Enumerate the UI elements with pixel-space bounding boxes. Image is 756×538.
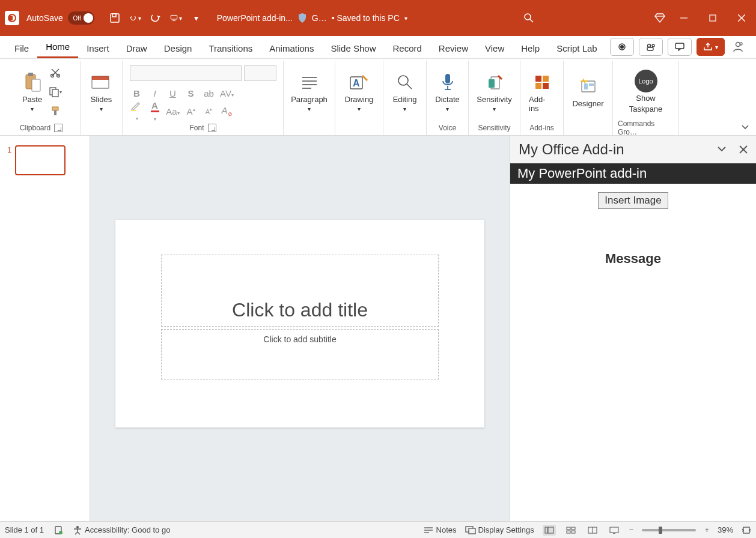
account-icon[interactable] <box>730 38 746 55</box>
slide-thumbnail[interactable] <box>15 145 66 175</box>
svg-rect-52 <box>543 83 549 89</box>
drawing-button[interactable]: A Drawing▾ <box>341 70 377 113</box>
thumbnail-panel: 1 <box>0 136 90 521</box>
tab-slide-show[interactable]: Slide Show <box>322 38 384 58</box>
slides-button[interactable]: Slides ▾ <box>87 70 115 113</box>
svg-rect-74 <box>610 527 618 533</box>
tab-design[interactable]: Design <box>156 38 201 58</box>
ribbon-collapse-icon[interactable] <box>740 122 750 131</box>
insert-image-button[interactable]: Insert Image <box>598 192 668 209</box>
font-color-button[interactable]: A▾ <box>148 100 162 122</box>
title-placeholder[interactable]: Click to add title <box>161 255 439 327</box>
clear-formatting-button[interactable]: A⊘ <box>220 105 234 117</box>
minimize-button[interactable] <box>669 0 698 36</box>
accessibility-status-icon[interactable] <box>53 525 63 535</box>
slide[interactable]: Click to add title Click to add subtitle <box>115 220 484 428</box>
addins-group-label: Add-ins <box>529 124 554 132</box>
redo-icon[interactable] <box>150 12 162 24</box>
tab-review[interactable]: Review <box>430 38 477 58</box>
slide-count[interactable]: Slide 1 of 1 <box>5 525 44 534</box>
diamond-icon[interactable] <box>654 12 666 24</box>
svg-point-16 <box>648 44 651 47</box>
commands-group-label: Commands Gro… <box>618 119 674 136</box>
paragraph-button[interactable]: Paragraph▾ <box>287 70 331 113</box>
zoom-out-icon[interactable]: − <box>629 525 634 534</box>
dictate-button[interactable]: Dictate▾ <box>431 70 463 113</box>
present-icon[interactable]: ▾ <box>170 12 182 24</box>
cut-icon[interactable] <box>47 65 64 80</box>
slideshow-view-icon[interactable] <box>608 525 621 536</box>
tab-view[interactable]: View <box>477 38 513 58</box>
font-launcher-icon[interactable] <box>208 124 216 132</box>
save-state-dropdown-icon[interactable]: ▾ <box>404 15 407 22</box>
paste-button[interactable]: Paste ▾ <box>19 70 46 113</box>
tab-animations[interactable]: Animations <box>261 38 322 58</box>
tab-insert[interactable]: Insert <box>78 38 118 58</box>
comments-button[interactable] <box>668 38 692 56</box>
title-bar: AutoSave Off ▾ ▾ ▾ PowerPoint add-in... … <box>0 0 756 36</box>
sorter-view-icon[interactable] <box>564 525 578 536</box>
search-icon[interactable] <box>523 12 535 24</box>
undo-icon[interactable]: ▾ <box>129 12 141 24</box>
teams-button[interactable] <box>639 38 663 56</box>
svg-point-7 <box>525 14 531 20</box>
character-spacing-button[interactable]: AV▾ <box>220 88 234 98</box>
highlight-button[interactable]: ▾ <box>130 101 144 122</box>
svg-line-43 <box>407 84 412 89</box>
svg-rect-51 <box>535 83 541 89</box>
clipboard-launcher-icon[interactable] <box>54 124 62 132</box>
tab-transitions[interactable]: Transitions <box>200 38 261 58</box>
tab-home[interactable]: Home <box>37 37 78 58</box>
decrease-font-button[interactable]: A▾ <box>202 107 216 115</box>
addins-button[interactable]: Add-ins <box>525 70 558 114</box>
svg-text:A: A <box>353 78 360 88</box>
taskpane-chevron-icon[interactable] <box>716 145 727 154</box>
accessibility-button[interactable]: Accessibility: Good to go <box>73 525 170 535</box>
sensitivity-button[interactable]: Sensitivity▾ <box>473 70 516 113</box>
zoom-slider[interactable] <box>642 529 696 531</box>
tab-record[interactable]: Record <box>384 38 430 58</box>
display-settings-button[interactable]: Display Settings <box>465 525 534 534</box>
tab-file[interactable]: File <box>6 38 37 58</box>
tab-draw[interactable]: Draw <box>118 38 156 58</box>
bold-button[interactable]: B <box>130 88 144 98</box>
font-name-select[interactable] <box>130 65 242 81</box>
zoom-in-icon[interactable]: + <box>704 525 709 534</box>
camera-button[interactable] <box>610 38 634 56</box>
autosave-toggle[interactable]: AutoSave Off <box>26 11 94 25</box>
underline-button[interactable]: U <box>166 88 180 98</box>
shadow-button[interactable]: S <box>184 88 198 98</box>
ribbon-tabs: File Home Insert Draw Design Transitions… <box>0 36 756 59</box>
increase-font-button[interactable]: A▴ <box>184 106 198 116</box>
clipboard-group-label: Clipboard <box>20 124 50 132</box>
svg-rect-24 <box>32 79 40 91</box>
subtitle-placeholder[interactable]: Click to add subtitle <box>161 329 439 379</box>
font-size-select[interactable] <box>244 65 276 81</box>
designer-button[interactable]: Designer <box>569 74 607 109</box>
tab-help[interactable]: Help <box>513 38 548 58</box>
taskpane-close-icon[interactable] <box>739 145 748 154</box>
svg-rect-65 <box>469 528 475 534</box>
maximize-button[interactable] <box>698 0 727 36</box>
reading-view-icon[interactable] <box>586 525 599 536</box>
change-case-button[interactable]: Aa▾ <box>166 106 180 116</box>
zoom-level[interactable]: 39% <box>718 525 733 534</box>
svg-rect-30 <box>52 89 58 97</box>
show-taskpane-button[interactable]: Logo Show Taskpane <box>626 69 666 115</box>
fit-to-window-icon[interactable] <box>742 526 751 534</box>
normal-view-icon[interactable] <box>543 525 556 536</box>
save-icon[interactable] <box>109 12 121 24</box>
notes-button[interactable]: Notes <box>423 525 457 534</box>
italic-button[interactable]: I <box>148 88 162 98</box>
editing-button[interactable]: Editing▾ <box>389 70 421 113</box>
strikethrough-button[interactable]: ab <box>202 88 216 98</box>
svg-line-8 <box>530 19 533 22</box>
copy-icon[interactable]: ▾ <box>47 84 64 100</box>
share-button[interactable]: ▾ <box>697 38 725 56</box>
svg-rect-50 <box>543 76 549 82</box>
tab-script-lab[interactable]: Script Lab <box>548 38 606 58</box>
format-painter-icon[interactable] <box>47 103 64 119</box>
logo-icon: Logo <box>635 70 657 92</box>
qat-customize-icon[interactable]: ▾ <box>191 12 203 24</box>
close-button[interactable] <box>727 0 756 36</box>
